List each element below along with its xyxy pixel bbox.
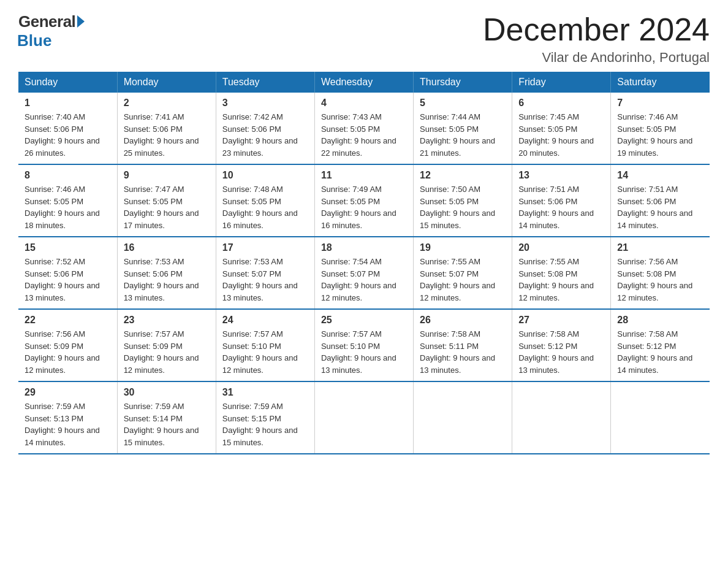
- calendar-week-5: 29Sunrise: 7:59 AMSunset: 5:13 PMDayligh…: [18, 381, 710, 454]
- day-number: 2: [124, 98, 210, 109]
- calendar-table: SundayMondayTuesdayWednesdayThursdayFrid…: [18, 72, 710, 454]
- calendar-cell: 25Sunrise: 7:57 AMSunset: 5:10 PMDayligh…: [314, 309, 413, 381]
- calendar-title: December 2024: [483, 12, 710, 47]
- calendar-cell: 19Sunrise: 7:55 AMSunset: 5:07 PMDayligh…: [414, 237, 512, 309]
- day-info: Sunrise: 7:46 AMSunset: 5:05 PMDaylight:…: [25, 183, 111, 231]
- calendar-cell: 6Sunrise: 7:45 AMSunset: 5:05 PMDaylight…: [512, 93, 611, 164]
- calendar-cell: 12Sunrise: 7:50 AMSunset: 5:05 PMDayligh…: [414, 164, 512, 237]
- day-number: 31: [222, 387, 308, 398]
- day-number: 15: [25, 242, 111, 253]
- day-info: Sunrise: 7:54 AMSunset: 5:07 PMDaylight:…: [321, 256, 407, 304]
- day-number: 29: [25, 387, 111, 398]
- day-number: 11: [321, 170, 407, 181]
- calendar-cell: 8Sunrise: 7:46 AMSunset: 5:05 PMDaylight…: [18, 164, 117, 237]
- day-number: 18: [321, 242, 407, 253]
- day-info: Sunrise: 7:53 AMSunset: 5:07 PMDaylight:…: [222, 256, 308, 304]
- day-info: Sunrise: 7:52 AMSunset: 5:06 PMDaylight:…: [25, 256, 111, 304]
- day-number: 19: [420, 242, 506, 253]
- calendar-cell: 27Sunrise: 7:58 AMSunset: 5:12 PMDayligh…: [512, 309, 611, 381]
- calendar-cell: 20Sunrise: 7:55 AMSunset: 5:08 PMDayligh…: [512, 237, 611, 309]
- header-day-tuesday: Tuesday: [216, 72, 314, 93]
- day-info: Sunrise: 7:57 AMSunset: 5:09 PMDaylight:…: [124, 328, 210, 376]
- calendar-week-2: 8Sunrise: 7:46 AMSunset: 5:05 PMDaylight…: [18, 164, 710, 237]
- day-number: 13: [518, 170, 604, 181]
- day-info: Sunrise: 7:58 AMSunset: 5:11 PMDaylight:…: [420, 328, 506, 376]
- calendar-header-row: SundayMondayTuesdayWednesdayThursdayFrid…: [18, 72, 710, 93]
- day-number: 16: [124, 242, 210, 253]
- day-number: 24: [222, 315, 308, 326]
- location-subtitle: Vilar de Andorinho, Portugal: [483, 50, 710, 66]
- day-number: 21: [617, 242, 703, 253]
- calendar-cell: 18Sunrise: 7:54 AMSunset: 5:07 PMDayligh…: [314, 237, 413, 309]
- header-day-wednesday: Wednesday: [314, 72, 413, 93]
- calendar-cell: 5Sunrise: 7:44 AMSunset: 5:05 PMDaylight…: [414, 93, 512, 164]
- calendar-cell: 9Sunrise: 7:47 AMSunset: 5:05 PMDaylight…: [117, 164, 216, 237]
- day-number: 30: [124, 387, 210, 398]
- calendar-cell: 1Sunrise: 7:40 AMSunset: 5:06 PMDaylight…: [18, 93, 117, 164]
- logo: General Blue: [18, 12, 85, 50]
- day-number: 10: [222, 170, 308, 181]
- day-number: 4: [321, 98, 407, 109]
- day-number: 14: [617, 170, 703, 181]
- day-info: Sunrise: 7:58 AMSunset: 5:12 PMDaylight:…: [518, 328, 604, 376]
- calendar-cell: 7Sunrise: 7:46 AMSunset: 5:05 PMDaylight…: [611, 93, 710, 164]
- day-info: Sunrise: 7:45 AMSunset: 5:05 PMDaylight:…: [518, 111, 604, 159]
- day-number: 3: [222, 98, 308, 109]
- day-number: 22: [25, 315, 111, 326]
- calendar-week-3: 15Sunrise: 7:52 AMSunset: 5:06 PMDayligh…: [18, 237, 710, 309]
- day-info: Sunrise: 7:51 AMSunset: 5:06 PMDaylight:…: [617, 183, 703, 231]
- calendar-cell: 24Sunrise: 7:57 AMSunset: 5:10 PMDayligh…: [216, 309, 314, 381]
- day-info: Sunrise: 7:53 AMSunset: 5:06 PMDaylight:…: [124, 256, 210, 304]
- day-info: Sunrise: 7:59 AMSunset: 5:15 PMDaylight:…: [222, 400, 308, 448]
- calendar-cell: [314, 381, 413, 454]
- logo-arrow-icon: [77, 15, 85, 28]
- header-day-monday: Monday: [117, 72, 216, 93]
- day-info: Sunrise: 7:51 AMSunset: 5:06 PMDaylight:…: [518, 183, 604, 231]
- calendar-cell: 21Sunrise: 7:56 AMSunset: 5:08 PMDayligh…: [611, 237, 710, 309]
- calendar-cell: 29Sunrise: 7:59 AMSunset: 5:13 PMDayligh…: [18, 381, 117, 454]
- day-number: 7: [617, 98, 703, 109]
- day-info: Sunrise: 7:40 AMSunset: 5:06 PMDaylight:…: [25, 111, 111, 159]
- day-number: 28: [617, 315, 703, 326]
- day-number: 9: [124, 170, 210, 181]
- calendar-cell: [414, 381, 512, 454]
- calendar-cell: 11Sunrise: 7:49 AMSunset: 5:05 PMDayligh…: [314, 164, 413, 237]
- day-info: Sunrise: 7:57 AMSunset: 5:10 PMDaylight:…: [321, 328, 407, 376]
- day-info: Sunrise: 7:48 AMSunset: 5:05 PMDaylight:…: [222, 183, 308, 231]
- calendar-cell: 2Sunrise: 7:41 AMSunset: 5:06 PMDaylight…: [117, 93, 216, 164]
- day-info: Sunrise: 7:56 AMSunset: 5:09 PMDaylight:…: [25, 328, 111, 376]
- calendar-cell: 15Sunrise: 7:52 AMSunset: 5:06 PMDayligh…: [18, 237, 117, 309]
- day-number: 12: [420, 170, 506, 181]
- day-number: 5: [420, 98, 506, 109]
- header-day-thursday: Thursday: [414, 72, 512, 93]
- calendar-week-4: 22Sunrise: 7:56 AMSunset: 5:09 PMDayligh…: [18, 309, 710, 381]
- day-info: Sunrise: 7:59 AMSunset: 5:14 PMDaylight:…: [124, 400, 210, 448]
- calendar-cell: [611, 381, 710, 454]
- day-number: 25: [321, 315, 407, 326]
- calendar-cell: 26Sunrise: 7:58 AMSunset: 5:11 PMDayligh…: [414, 309, 512, 381]
- logo-blue-text: Blue: [17, 31, 51, 50]
- page-header: General Blue December 2024 Vilar de Ando…: [18, 12, 710, 66]
- calendar-cell: 4Sunrise: 7:43 AMSunset: 5:05 PMDaylight…: [314, 93, 413, 164]
- calendar-cell: 16Sunrise: 7:53 AMSunset: 5:06 PMDayligh…: [117, 237, 216, 309]
- day-number: 27: [518, 315, 604, 326]
- day-info: Sunrise: 7:46 AMSunset: 5:05 PMDaylight:…: [617, 111, 703, 159]
- day-info: Sunrise: 7:42 AMSunset: 5:06 PMDaylight:…: [222, 111, 308, 159]
- day-number: 6: [518, 98, 604, 109]
- day-info: Sunrise: 7:55 AMSunset: 5:08 PMDaylight:…: [518, 256, 604, 304]
- title-section: December 2024 Vilar de Andorinho, Portug…: [483, 12, 710, 66]
- logo-general-text: General: [18, 12, 75, 31]
- day-info: Sunrise: 7:44 AMSunset: 5:05 PMDaylight:…: [420, 111, 506, 159]
- day-info: Sunrise: 7:57 AMSunset: 5:10 PMDaylight:…: [222, 328, 308, 376]
- calendar-week-1: 1Sunrise: 7:40 AMSunset: 5:06 PMDaylight…: [18, 93, 710, 164]
- day-number: 20: [518, 242, 604, 253]
- day-info: Sunrise: 7:43 AMSunset: 5:05 PMDaylight:…: [321, 111, 407, 159]
- calendar-cell: 23Sunrise: 7:57 AMSunset: 5:09 PMDayligh…: [117, 309, 216, 381]
- header-day-saturday: Saturday: [611, 72, 710, 93]
- day-number: 8: [25, 170, 111, 181]
- calendar-cell: 30Sunrise: 7:59 AMSunset: 5:14 PMDayligh…: [117, 381, 216, 454]
- calendar-cell: [512, 381, 611, 454]
- calendar-cell: 13Sunrise: 7:51 AMSunset: 5:06 PMDayligh…: [512, 164, 611, 237]
- calendar-cell: 17Sunrise: 7:53 AMSunset: 5:07 PMDayligh…: [216, 237, 314, 309]
- day-number: 23: [124, 315, 210, 326]
